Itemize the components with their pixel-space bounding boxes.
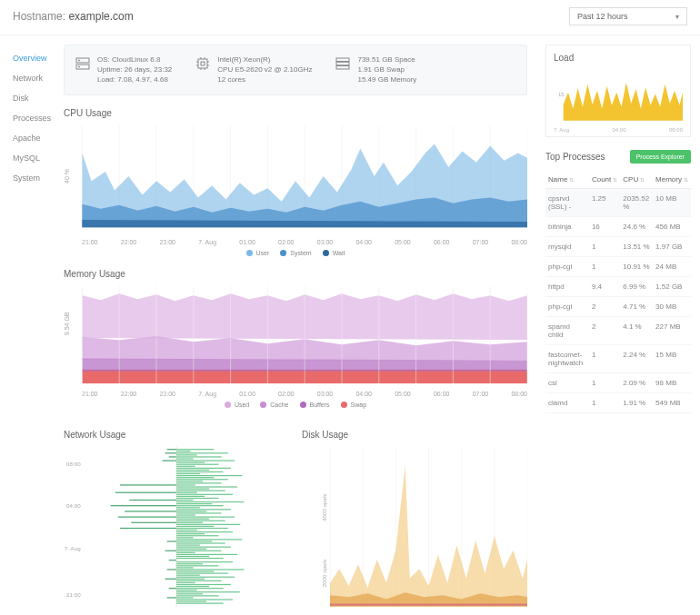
svg-rect-62 xyxy=(176,482,222,483)
sidebar-item-network[interactable]: Network xyxy=(13,68,64,88)
svg-rect-141 xyxy=(169,560,176,560)
svg-rect-72 xyxy=(176,501,244,502)
svg-rect-115 xyxy=(176,582,195,583)
svg-rect-140 xyxy=(165,551,176,551)
svg-rect-93 xyxy=(176,541,212,541)
svg-point-3 xyxy=(78,66,79,67)
svg-rect-63 xyxy=(176,484,195,485)
network-usage-chart: 08:0004:007. Aug21:00 19.07 Mb/s9.54 Mb/… xyxy=(64,447,289,615)
svg-rect-137 xyxy=(131,522,176,523)
svg-rect-96 xyxy=(176,547,231,548)
sidebar-item-processes[interactable]: Processes xyxy=(13,108,64,128)
table-row[interactable]: php-cgi24.71 %30 MB xyxy=(545,297,691,317)
top-processes-table: Name⇅ Count⇅ CPU⇅ Memory⇅ cpsrvd (SSL) -… xyxy=(545,171,691,413)
svg-point-2 xyxy=(78,60,79,61)
svg-rect-120 xyxy=(176,591,240,592)
svg-text:08:00: 08:00 xyxy=(66,461,81,467)
svg-rect-123 xyxy=(176,597,194,598)
svg-rect-139 xyxy=(167,541,176,541)
load-panel: Load 15 7. Aug04:0008:00 xyxy=(545,45,691,137)
svg-rect-53 xyxy=(176,466,195,467)
svg-rect-88 xyxy=(176,531,233,532)
svg-rect-89 xyxy=(176,533,205,534)
svg-rect-48 xyxy=(176,456,222,457)
svg-rect-118 xyxy=(176,588,224,589)
svg-rect-47 xyxy=(176,454,197,455)
svg-rect-46 xyxy=(176,452,228,453)
cpu-usage-chart: 40 % 21:0022:0023:007. Aug01:0002:0003:0… xyxy=(64,125,527,256)
svg-rect-99 xyxy=(176,552,195,553)
load-title: Load xyxy=(554,53,683,63)
col-count[interactable]: Count⇅ xyxy=(589,171,620,189)
disk-usage-title: Disk Usage xyxy=(302,430,527,440)
svg-rect-74 xyxy=(176,505,224,506)
process-explorer-button[interactable]: Process Explorer xyxy=(630,150,691,164)
table-row[interactable]: mysqld113.51 %1.97 GB xyxy=(545,237,691,257)
svg-rect-80 xyxy=(176,517,235,518)
svg-rect-54 xyxy=(176,468,231,469)
svg-rect-132 xyxy=(115,492,176,493)
table-row[interactable]: cpsrvd (SSL) -1.252035.52 %10 MB xyxy=(545,189,691,217)
table-row[interactable]: clamd11.91 %549 MB xyxy=(545,393,691,413)
svg-text:4000 ops/s: 4000 ops/s xyxy=(321,494,327,521)
svg-rect-125 xyxy=(176,601,206,602)
svg-rect-133 xyxy=(129,500,176,501)
svg-rect-144 xyxy=(169,588,176,589)
svg-text:2000 ops/s: 2000 ops/s xyxy=(321,560,327,587)
svg-rect-116 xyxy=(176,584,231,585)
load-chart: 15 xyxy=(554,68,683,124)
svg-rect-81 xyxy=(176,519,209,520)
sidebar-item-disk[interactable]: Disk xyxy=(13,88,64,108)
sidebar: Overview Network Disk Processes Apache M… xyxy=(0,35,64,615)
svg-rect-83 xyxy=(176,522,203,523)
svg-text:7. Aug: 7. Aug xyxy=(65,545,81,551)
svg-rect-95 xyxy=(176,545,200,546)
svg-rect-91 xyxy=(176,537,194,538)
col-cpu[interactable]: CPU⇅ xyxy=(620,171,653,189)
sidebar-item-apache[interactable]: Apache xyxy=(13,128,64,148)
svg-rect-67 xyxy=(176,492,197,493)
table-row[interactable]: httpd9.46.99 %1.52 GB xyxy=(545,277,691,297)
svg-rect-76 xyxy=(176,509,231,510)
svg-rect-124 xyxy=(176,600,233,600)
table-row[interactable]: spamd child24.1 %227 MB xyxy=(545,317,691,345)
svg-rect-59 xyxy=(176,477,214,478)
sidebar-item-mysql[interactable]: MySQL xyxy=(13,148,64,168)
svg-rect-100 xyxy=(176,554,237,555)
svg-rect-113 xyxy=(176,579,205,580)
svg-rect-45 xyxy=(176,451,191,451)
svg-rect-86 xyxy=(176,528,228,529)
table-row[interactable]: csi12.09 %98 MB xyxy=(545,373,691,393)
svg-rect-70 xyxy=(176,498,219,499)
svg-rect-58 xyxy=(176,475,242,476)
svg-rect-110 xyxy=(176,573,228,574)
table-row[interactable]: php-cgi110.91 %24 MB xyxy=(545,257,691,277)
svg-rect-107 xyxy=(176,567,194,568)
timerange-dropdown[interactable]: Past 12 hours xyxy=(569,7,687,25)
svg-rect-90 xyxy=(176,535,219,536)
svg-rect-105 xyxy=(176,563,203,564)
svg-rect-61 xyxy=(176,481,203,481)
svg-rect-75 xyxy=(176,507,200,508)
svg-rect-129 xyxy=(169,456,176,457)
timerange-label: Past 12 hours xyxy=(577,12,628,21)
svg-rect-111 xyxy=(176,575,200,576)
svg-rect-57 xyxy=(176,473,200,474)
svg-rect-55 xyxy=(176,470,209,471)
col-memory[interactable]: Memory⇅ xyxy=(653,171,691,189)
svg-rect-51 xyxy=(176,462,205,463)
table-row[interactable]: bitninja1624.6 %456 MB xyxy=(545,217,691,237)
svg-rect-66 xyxy=(176,491,225,491)
svg-rect-101 xyxy=(176,556,209,557)
svg-rect-130 xyxy=(163,461,177,461)
svg-rect-84 xyxy=(176,524,240,525)
sidebar-item-system[interactable]: System xyxy=(13,168,64,188)
sidebar-item-overview[interactable]: Overview xyxy=(13,48,64,68)
svg-rect-65 xyxy=(176,489,209,490)
svg-rect-104 xyxy=(176,561,233,562)
table-row[interactable]: fastcomet-nightwatch12.24 %15 MB xyxy=(545,345,691,373)
hostname-display: Hostname: example.com xyxy=(13,10,134,23)
svg-rect-44 xyxy=(176,449,214,450)
network-usage-title: Network Usage xyxy=(64,430,289,440)
col-name[interactable]: Name⇅ xyxy=(545,171,589,189)
